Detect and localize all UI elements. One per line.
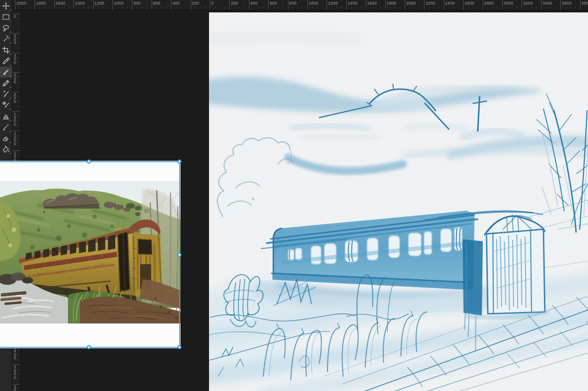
transform-handle-bottom-middle[interactable] bbox=[87, 345, 91, 349]
tool-history-brush[interactable] bbox=[0, 100, 12, 111]
tool-flyout-icon bbox=[10, 97, 11, 99]
ruler-tick bbox=[171, 0, 171, 10]
tool-crop[interactable] bbox=[0, 45, 12, 56]
transform-handle-right-middle[interactable] bbox=[177, 253, 181, 257]
transform-handle-bottom-right[interactable] bbox=[177, 345, 181, 349]
ruler-minor-tick bbox=[103, 7, 103, 9]
ruler-minor-tick bbox=[17, 43, 19, 44]
tool-flyout-icon bbox=[10, 119, 11, 121]
ruler-minor-tick bbox=[17, 28, 19, 29]
ruler-tick bbox=[268, 0, 269, 10]
ruler-tick bbox=[405, 0, 405, 10]
tool-flyout-icon bbox=[10, 31, 11, 33]
tool-fill[interactable] bbox=[0, 144, 12, 155]
ruler-label: 600 bbox=[153, 1, 160, 6]
tool-pencil[interactable] bbox=[0, 78, 12, 89]
tool-flyout-icon bbox=[10, 75, 11, 77]
ruler-label: 1000 bbox=[114, 1, 124, 6]
ruler-minor-tick bbox=[17, 141, 19, 141]
ruler-minor-tick bbox=[137, 7, 137, 9]
ruler-minor-tick bbox=[17, 155, 19, 155]
ruler-minor-tick bbox=[17, 350, 19, 350]
ruler-minor-tick bbox=[17, 360, 19, 360]
ruler-label: 2200 bbox=[425, 1, 435, 6]
ruler-minor-tick bbox=[371, 7, 371, 9]
ruler-tick bbox=[12, 364, 21, 365]
ruler-minor-tick bbox=[234, 7, 235, 9]
ruler-minor-tick bbox=[458, 7, 459, 9]
ruler-minor-tick bbox=[565, 7, 566, 9]
tool-mixer-brush[interactable] bbox=[0, 89, 12, 100]
ruler-minor-tick bbox=[17, 87, 19, 87]
ruler-tick bbox=[12, 33, 21, 34]
ruler-label: 800 bbox=[289, 1, 297, 6]
ruler-minor-tick bbox=[69, 7, 69, 9]
ruler-label: 3000 bbox=[503, 1, 513, 6]
tool-eyedropper[interactable] bbox=[0, 56, 12, 67]
ruler-label: 3 6 0 0 bbox=[14, 366, 16, 380]
ruler-minor-tick bbox=[487, 7, 488, 9]
ruler-label: 2000 bbox=[406, 1, 416, 6]
ruler-minor-tick bbox=[375, 7, 376, 9]
ruler-tick bbox=[444, 0, 444, 10]
ruler-tick bbox=[12, 92, 21, 92]
ruler-label: 3600 bbox=[562, 1, 571, 6]
ruler-minor-tick bbox=[351, 7, 351, 9]
ruler-label: 1400 bbox=[348, 1, 357, 6]
ruler-label: 0 bbox=[211, 1, 214, 6]
tool-rect-select[interactable] bbox=[0, 11, 12, 23]
ruler-tick bbox=[229, 0, 230, 10]
ruler-label: 3400 bbox=[543, 1, 552, 6]
tool-eraser[interactable] bbox=[0, 133, 12, 144]
ruler-tick bbox=[424, 0, 424, 10]
ruler-label: 1200 bbox=[95, 1, 104, 6]
tool-move[interactable] bbox=[0, 0, 12, 11]
ruler-minor-tick bbox=[17, 48, 19, 48]
ruler-minor-tick bbox=[107, 7, 108, 9]
ruler-label: 1 2 0 0 bbox=[14, 132, 16, 146]
ruler-minor-tick bbox=[195, 7, 196, 9]
tool-brush[interactable] bbox=[0, 67, 12, 78]
ruler-minor-tick bbox=[17, 355, 19, 355]
ruler-minor-tick bbox=[361, 7, 362, 9]
ruler-tick bbox=[385, 0, 386, 10]
ruler-minor-tick bbox=[395, 7, 396, 9]
tool-magic-wand[interactable] bbox=[0, 34, 12, 45]
ruler-minor-tick bbox=[434, 7, 435, 9]
ruler-label: 2400 bbox=[445, 1, 455, 6]
ruler-minor-tick bbox=[181, 7, 181, 9]
tool-lasso[interactable] bbox=[0, 23, 12, 34]
ruler-minor-tick bbox=[254, 7, 254, 9]
ruler-minor-tick bbox=[118, 7, 118, 9]
tool-flyout-icon bbox=[10, 108, 11, 110]
reference-photo-image bbox=[0, 161, 181, 348]
ruler-tick bbox=[327, 0, 327, 10]
ruler-label: 800 bbox=[133, 1, 141, 6]
ruler-horizontal[interactable]: 2000180016001400120010008006004002000200… bbox=[12, 0, 588, 10]
ruler-minor-tick bbox=[83, 7, 84, 9]
ruler-minor-tick bbox=[536, 7, 537, 9]
ruler-minor-tick bbox=[17, 136, 19, 136]
ruler-minor-tick bbox=[410, 7, 410, 9]
transform-handle-top-right[interactable] bbox=[177, 159, 181, 164]
ruler-minor-tick bbox=[17, 77, 19, 78]
ruler-minor-tick bbox=[17, 379, 19, 380]
ruler-minor-tick bbox=[142, 7, 142, 9]
tool-healing-brush[interactable] bbox=[0, 122, 12, 133]
ruler-tick bbox=[249, 0, 249, 10]
ruler-minor-tick bbox=[400, 7, 400, 9]
ruler-minor-tick bbox=[531, 7, 532, 9]
ruler-minor-tick bbox=[45, 7, 45, 9]
ruler-tick bbox=[502, 0, 503, 10]
transform-handle-top-middle[interactable] bbox=[87, 159, 91, 164]
drawing-canvas[interactable] bbox=[209, 12, 588, 391]
ruler-minor-tick bbox=[259, 7, 259, 9]
reference-photo-layer[interactable] bbox=[0, 161, 181, 348]
ruler-minor-tick bbox=[526, 7, 527, 9]
ruler-label: 400 bbox=[250, 1, 258, 6]
ruler-minor-tick bbox=[517, 7, 517, 9]
tool-clone-stamp[interactable] bbox=[0, 111, 12, 122]
ruler-minor-tick bbox=[17, 38, 19, 39]
ruler-minor-tick bbox=[30, 7, 30, 9]
ruler-minor-tick bbox=[492, 7, 493, 9]
